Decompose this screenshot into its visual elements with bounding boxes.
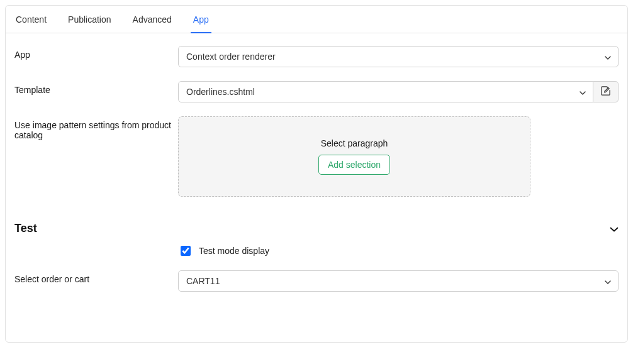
field-image-pattern: Select paragraph Add selection	[178, 116, 619, 197]
order-select[interactable]: CART11	[178, 270, 619, 292]
edit-icon	[601, 86, 610, 97]
row-test-mode: Test mode display	[169, 244, 627, 270]
label-template: Template	[14, 81, 178, 95]
chevron-down-icon	[610, 224, 619, 234]
row-app: App Context order renderer	[14, 46, 619, 67]
dropzone-text: Select paragraph	[321, 138, 388, 148]
template-select[interactable]: Orderlines.cshtml	[178, 81, 593, 102]
tab-bar: Content Publication Advanced App	[6, 6, 627, 33]
row-select-order: Select order or cart CART11	[6, 270, 627, 292]
test-mode-checkbox[interactable]	[181, 246, 191, 256]
app-form: App Context order renderer Template	[6, 33, 627, 197]
field-app: Context order renderer	[178, 46, 619, 67]
tab-publication[interactable]: Publication	[67, 6, 113, 33]
section-test-title: Test	[14, 222, 37, 235]
field-template: Orderlines.cshtml	[178, 81, 619, 102]
test-mode-label: Test mode display	[199, 246, 269, 256]
settings-panel: Content Publication Advanced App App Con…	[5, 5, 628, 343]
section-test-header[interactable]: Test	[6, 211, 627, 244]
row-image-pattern: Use image pattern settings from product …	[14, 116, 619, 197]
label-image-pattern: Use image pattern settings from product …	[14, 116, 178, 140]
row-template: Template Orderlines.cshtml	[14, 81, 619, 102]
tab-advanced[interactable]: Advanced	[132, 6, 173, 33]
paragraph-dropzone[interactable]: Select paragraph Add selection	[178, 116, 530, 197]
tab-app[interactable]: App	[192, 6, 210, 33]
field-select-order: CART11	[178, 270, 619, 292]
tab-content[interactable]: Content	[14, 6, 48, 33]
label-select-order: Select order or cart	[14, 270, 178, 284]
app-select[interactable]: Context order renderer	[178, 46, 619, 67]
add-selection-button[interactable]: Add selection	[318, 155, 390, 175]
label-app: App	[14, 46, 178, 60]
edit-template-button[interactable]	[593, 81, 619, 102]
